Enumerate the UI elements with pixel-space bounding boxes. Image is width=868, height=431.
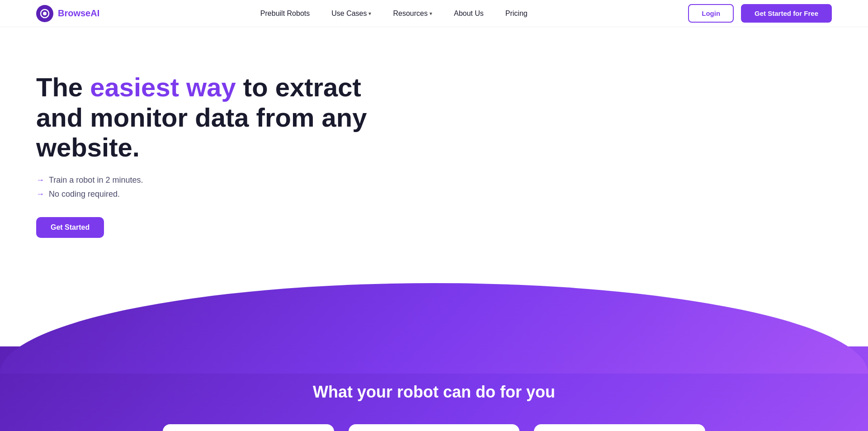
arrow-icon-2: → (36, 189, 44, 199)
hero-section: The easiest way to extract and monitor d… (0, 27, 407, 274)
navbar: BrowseAI Prebuilt Robots Use Cases Resou… (0, 0, 868, 27)
section-title: What your robot can do for you (36, 383, 832, 402)
login-button[interactable]: Login (688, 4, 734, 23)
logo-icon (36, 5, 53, 22)
logo[interactable]: BrowseAI (36, 5, 99, 22)
nav-prebuilt-robots[interactable]: Prebuilt Robots (260, 9, 310, 17)
svg-point-1 (43, 12, 47, 15)
hero-title: The easiest way to extract and monitor d… (36, 72, 371, 163)
bullet-1: → Train a robot in 2 minutes. (36, 175, 371, 185)
nav-links: Prebuilt Robots Use Cases Resources Abou… (260, 9, 528, 18)
get-started-nav-button[interactable]: Get Started for Free (741, 4, 832, 23)
nav-use-cases[interactable]: Use Cases (331, 9, 371, 18)
nav-pricing[interactable]: Pricing (505, 9, 528, 17)
hero-bullets: → Train a robot in 2 minutes. → No codin… (36, 175, 371, 199)
nav-resources[interactable]: Resources (393, 9, 432, 18)
card-prebuilt-robots: Prebuilt Robots Browse prebuilt robots f… (534, 424, 705, 431)
logo-text: BrowseAI (58, 8, 99, 19)
card-data-extraction: Data Extraction Extract specific data fr… (163, 424, 334, 431)
features-section: What your robot can do for you Data Extr… (0, 346, 868, 431)
cards-container: Data Extraction Extract specific data fr… (163, 424, 705, 431)
arrow-icon-1: → (36, 175, 44, 185)
nav-about-us[interactable]: About Us (454, 9, 484, 17)
nav-actions: Login Get Started for Free (688, 4, 832, 23)
bullet-2: → No coding required. (36, 189, 371, 199)
card-monitoring: Monitoring Extract data on a schedule an… (349, 424, 520, 431)
get-started-hero-button[interactable]: Get Started (36, 217, 104, 238)
